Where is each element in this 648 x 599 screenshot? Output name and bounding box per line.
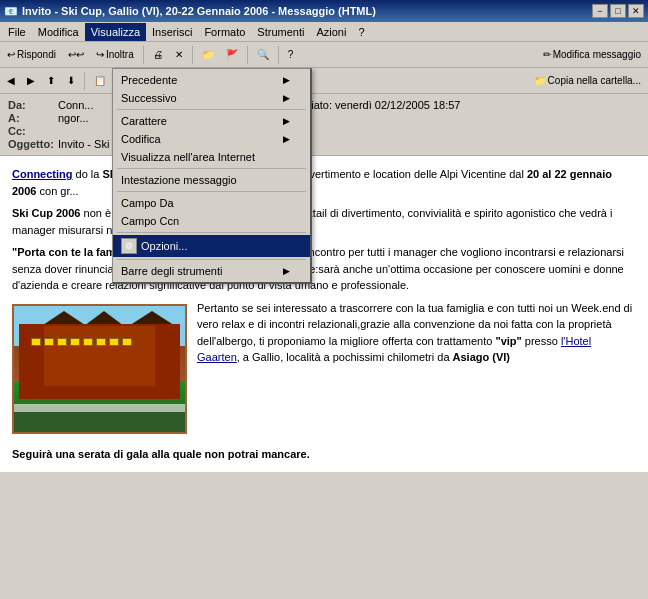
maximize-button[interactable]: □ (610, 4, 626, 18)
copia-cartella-button[interactable]: 📁 Copia nella cartella... (529, 70, 646, 92)
toolbar-sep-1 (143, 46, 144, 64)
close-button[interactable]: ✕ (628, 4, 644, 18)
menu-successivo[interactable]: Successivo ▶ (113, 89, 310, 107)
toolbar2-sep-1 (84, 72, 85, 90)
tb2-icon5: 📋 (94, 75, 106, 86)
toolbar-sep-3 (247, 46, 248, 64)
tb2-icon4: ⬇ (67, 75, 75, 86)
successivo-arrow: ▶ (283, 93, 290, 103)
menu-opzioni[interactable]: ⚙ Opzioni... (113, 235, 310, 257)
menu-intestazione[interactable]: Intestazione messaggio (113, 171, 310, 189)
find-button[interactable]: 🔍 (252, 44, 274, 66)
porta-con-te-paragraph: "Porta con te la famiglia!" Ski Cup 2006… (12, 244, 636, 294)
menu-help[interactable]: ? (352, 23, 370, 41)
visualizza-dropdown: Precedente ▶ Successivo ▶ Carattere ▶ Co… (112, 68, 312, 284)
cc-label: Cc: (8, 125, 58, 137)
window-8 (122, 338, 132, 346)
seguira-paragraph: Seguirà una serata di gala alla quale no… (12, 446, 636, 463)
tb2-btn2[interactable]: ▶ (22, 70, 40, 92)
menu-sep-2 (117, 168, 306, 169)
window-7 (109, 338, 119, 346)
window-title: Invito - Ski Cup, Gallio (VI), 20-22 Gen… (22, 5, 376, 17)
modifica-messaggio-button[interactable]: ✏ Modifica messaggio (538, 44, 646, 66)
move-icon: 📁 (202, 49, 214, 60)
codifica-arrow: ▶ (283, 134, 290, 144)
barre-strumenti-label: Barre degli strumenti (121, 265, 223, 277)
reply-all-icon: ↩↩ (68, 49, 84, 60)
window-5 (83, 338, 93, 346)
help-icon: ? (288, 49, 294, 60)
menu-codifica[interactable]: Codifica ▶ (113, 130, 310, 148)
rispondi-button[interactable]: ↩ Rispondi (2, 44, 61, 66)
inoltra-button[interactable]: ↪ Inoltra (91, 44, 139, 66)
hotel-image (12, 304, 187, 434)
tb2-btn4[interactable]: ⬇ (62, 70, 80, 92)
toolbar-sep-2 (192, 46, 193, 64)
successivo-label: Successivo (121, 92, 177, 104)
menu-barre-strumenti[interactable]: Barre degli strumenti ▶ (113, 262, 310, 280)
tb2-icon1: ◀ (7, 75, 15, 86)
move-button[interactable]: 📁 (197, 44, 219, 66)
campo-ccn-label: Campo Ccn (121, 215, 179, 227)
title-bar-title: 📧 Invito - Ski Cup, Gallio (VI), 20-22 G… (4, 5, 376, 18)
visualizza-internet-label: Visualizza nell'area Internet (121, 151, 255, 163)
minimize-button[interactable]: − (592, 4, 608, 18)
menu-visualizza-internet[interactable]: Visualizza nell'area Internet (113, 148, 310, 166)
rispondi-label: Rispondi (17, 49, 56, 60)
toolbar-1: ↩ Rispondi ↩↩ ↪ Inoltra 🖨 ✕ 📁 🚩 🔍 ? ✏ Mo… (0, 42, 648, 68)
email-body-container: Connecting do la Ski Cup 2006, un evento… (0, 156, 648, 472)
title-bar-controls[interactable]: − □ ✕ (592, 4, 644, 18)
barre-arrow: ▶ (283, 266, 290, 276)
menu-carattere[interactable]: Carattere ▶ (113, 112, 310, 130)
windows-container (29, 336, 170, 348)
edit-icon: ✏ (543, 49, 551, 60)
da-label: Da: (8, 99, 58, 111)
tb2-btn1[interactable]: ◀ (2, 70, 20, 92)
menu-modifica[interactable]: Modifica (32, 23, 85, 41)
opzioni-icon: ⚙ (121, 238, 137, 254)
forward-icon: ↪ (96, 49, 104, 60)
window-2 (44, 338, 54, 346)
menu-sep-3 (117, 191, 306, 192)
rispondi-tutti-button[interactable]: ↩↩ (63, 44, 89, 66)
title-bar: 📧 Invito - Ski Cup, Gallio (VI), 20-22 G… (0, 0, 648, 22)
toolbar-sep-4 (278, 46, 279, 64)
tb2-icon3: ⬆ (47, 75, 55, 86)
window-3 (57, 338, 67, 346)
inviato-value: venerdì 02/12/2005 18:57 (335, 99, 460, 111)
tb2-btn3[interactable]: ⬆ (42, 70, 60, 92)
menu-file[interactable]: File (2, 23, 32, 41)
menu-visualizza[interactable]: Visualizza (85, 23, 146, 41)
menu-bar: File Modifica Visualizza Inserisci Forma… (0, 22, 648, 42)
menu-sep-5 (117, 259, 306, 260)
tb2-btn5[interactable]: 📋 (89, 70, 111, 92)
menu-campo-ccn[interactable]: Campo Ccn (113, 212, 310, 230)
hotel-link[interactable]: l'Hotel Gaarten (197, 335, 591, 364)
codifica-label: Codifica (121, 133, 161, 145)
menu-formato[interactable]: Formato (198, 23, 251, 41)
menu-inserisci[interactable]: Inserisci (146, 23, 198, 41)
menu-precedente[interactable]: Precedente ▶ (113, 71, 310, 89)
email-body[interactable]: Connecting do la Ski Cup 2006, un evento… (0, 156, 648, 472)
menu-strumenti[interactable]: Strumenti (251, 23, 310, 41)
email-header: Da: Conn... Inviato: venerdì 02/12/2005 … (0, 94, 648, 156)
precedente-label: Precedente (121, 74, 177, 86)
print-button[interactable]: 🖨 (148, 44, 168, 66)
modifica-label: Modifica messaggio (553, 49, 641, 60)
campo-da-label: Campo Da (121, 197, 174, 209)
app-icon: 📧 (4, 5, 18, 18)
menu-azioni[interactable]: Azioni (310, 23, 352, 41)
help-button[interactable]: ? (283, 44, 299, 66)
flag-icon: 🚩 (226, 49, 238, 60)
menu-sep-1 (117, 109, 306, 110)
window-6 (96, 338, 106, 346)
tb2-icon2: ▶ (27, 75, 35, 86)
delete-button[interactable]: ✕ (170, 44, 188, 66)
opzioni-label: Opzioni... (141, 240, 187, 252)
menu-campo-da[interactable]: Campo Da (113, 194, 310, 212)
ski-cup-paragraph: Ski Cup 2006 non è solo un evento sporti… (12, 205, 636, 238)
flag-button[interactable]: 🚩 (221, 44, 243, 66)
window-4 (70, 338, 80, 346)
copia-label: Copia nella cartella... (548, 75, 641, 86)
connecting-link[interactable]: Connecting (12, 168, 73, 180)
